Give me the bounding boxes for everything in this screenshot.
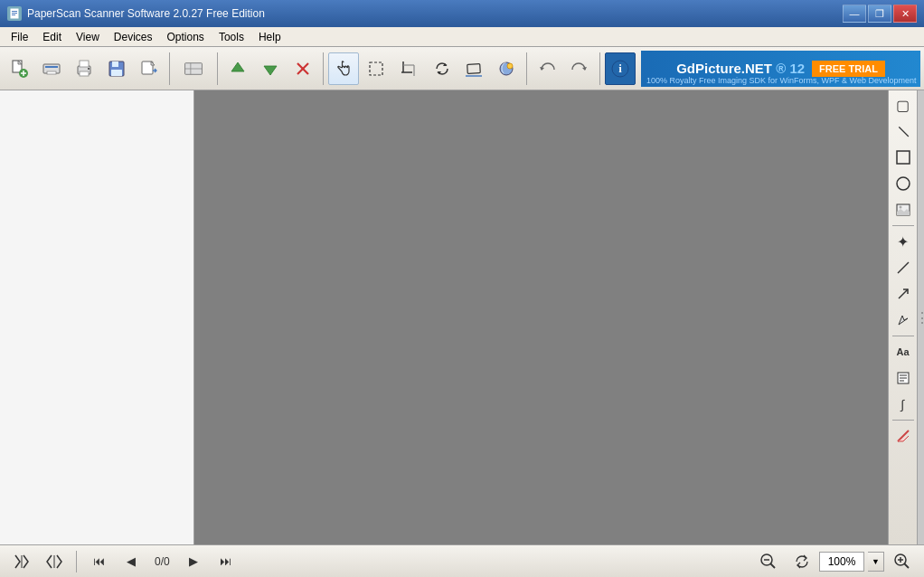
color-tool-button[interactable]: [491, 52, 522, 85]
separator-2: [217, 52, 218, 85]
svg-text:i: i: [618, 61, 622, 75]
pan-tool-button[interactable]: [328, 52, 359, 85]
move-up-button[interactable]: [222, 52, 253, 85]
collapse-all-button[interactable]: [40, 549, 69, 574]
svg-rect-17: [111, 70, 122, 76]
move-down-button[interactable]: [255, 52, 286, 85]
svg-rect-16: [112, 61, 118, 67]
svg-line-47: [770, 563, 775, 568]
zoom-restore-button[interactable]: [787, 549, 816, 574]
crop-tool-button[interactable]: [393, 52, 424, 85]
rt-separator-3: [892, 420, 914, 421]
rt-line-button[interactable]: |: [885, 113, 921, 149]
last-page-button[interactable]: ⏭: [212, 549, 240, 574]
menu-edit[interactable]: Edit: [35, 29, 69, 45]
zoom-out-button[interactable]: [754, 549, 783, 574]
rotate-tool-button[interactable]: [426, 52, 457, 85]
select-tool-button[interactable]: [361, 52, 391, 85]
svg-rect-12: [80, 71, 89, 76]
svg-rect-3: [12, 14, 15, 15]
menu-options[interactable]: Options: [160, 29, 212, 45]
thumbnail-panel: [0, 90, 194, 544]
svg-point-14: [88, 68, 90, 70]
rt-stamp-button[interactable]: ✦: [891, 229, 916, 254]
separator-5: [599, 52, 600, 85]
save-button[interactable]: [101, 52, 132, 85]
window-controls: — ❐ ✕: [843, 5, 917, 23]
rt-note-button[interactable]: [891, 365, 916, 391]
svg-point-32: [507, 63, 513, 69]
print-button[interactable]: [69, 52, 99, 85]
svg-line-51: [904, 563, 909, 568]
export-button[interactable]: [134, 52, 165, 85]
page-counter: 0/0: [149, 555, 175, 568]
menu-tools[interactable]: Tools: [212, 29, 251, 45]
next-page-button[interactable]: ▶: [179, 549, 208, 574]
separator-4: [526, 52, 527, 85]
svg-line-39: [898, 262, 909, 273]
svg-rect-13: [80, 61, 89, 67]
restore-button[interactable]: ❐: [868, 5, 891, 23]
info-button[interactable]: i: [605, 52, 636, 85]
rt-separator-2: [892, 336, 914, 336]
delete-button[interactable]: [288, 52, 318, 85]
menu-view[interactable]: View: [69, 29, 107, 45]
title-bar: PaperScan Scanner Software 2.0.27 Free E…: [0, 0, 924, 27]
svg-rect-10: [47, 71, 56, 74]
svg-rect-1: [12, 11, 17, 12]
menu-help[interactable]: Help: [251, 29, 288, 45]
svg-rect-24: [370, 62, 382, 75]
rt-ellipse-button[interactable]: [891, 171, 916, 196]
expand-all-button[interactable]: [7, 549, 36, 574]
new-button[interactable]: [4, 52, 34, 85]
scan-button[interactable]: [36, 52, 67, 85]
rt-diagonal-button[interactable]: [891, 255, 916, 280]
separator-3: [323, 52, 324, 85]
resize-handle[interactable]: ⋮: [917, 90, 924, 544]
right-tools-panel: ▢ | ✦: [888, 90, 917, 544]
svg-point-36: [897, 177, 910, 190]
app-title: PaperScan Scanner Software 2.0.27 Free E…: [27, 7, 265, 20]
first-page-button[interactable]: ⏮: [84, 549, 113, 574]
main-area: ▢ | ✦: [0, 90, 924, 544]
canvas-area: [194, 90, 888, 544]
free-trial-button[interactable]: FREE TRIAL: [812, 61, 885, 77]
minimize-button[interactable]: —: [843, 5, 866, 23]
menu-file[interactable]: File: [4, 29, 35, 45]
rt-pointer-button[interactable]: [891, 307, 916, 333]
svg-rect-9: [45, 66, 58, 68]
svg-rect-35: [897, 151, 910, 164]
menu-bar: File Edit View Devices Options Tools Hel…: [0, 27, 924, 47]
prev-page-button[interactable]: ◀: [117, 549, 146, 574]
svg-point-38: [899, 206, 901, 209]
rt-text-button[interactable]: Aa: [891, 339, 916, 364]
rt-separator-1: [892, 225, 914, 226]
svg-rect-2: [12, 13, 17, 14]
deskew-tool-button[interactable]: [458, 52, 489, 85]
svg-line-40: [899, 289, 908, 298]
zoom-dropdown-button[interactable]: ▼: [868, 552, 884, 572]
status-bar: ⏮ ◀ 0/0 ▶ ⏭ 100% ▼: [0, 544, 924, 577]
ad-subtext: 100% Royalty Free Imaging SDK for WinFor…: [646, 76, 916, 85]
rt-image-button[interactable]: [891, 197, 916, 222]
status-separator-1: [76, 551, 77, 572]
close-button[interactable]: ✕: [893, 5, 917, 23]
separator-1: [169, 52, 170, 85]
zoom-in-button[interactable]: [888, 549, 917, 574]
rt-signature-button[interactable]: ∫: [891, 392, 916, 417]
redo-button[interactable]: [564, 52, 595, 85]
ad-logo-text: GdPicture.NET ® 12: [676, 61, 805, 76]
view-mode-button[interactable]: [174, 52, 212, 85]
toolbar: i GdPicture.NET ® 12 FREE TRIAL 100% Roy…: [0, 47, 924, 90]
rt-erase-button[interactable]: [891, 423, 916, 449]
zoom-input[interactable]: 100%: [819, 552, 864, 572]
menu-devices[interactable]: Devices: [107, 29, 160, 45]
undo-button[interactable]: [532, 52, 562, 85]
svg-rect-29: [467, 63, 481, 73]
app-icon: [7, 6, 22, 21]
rt-arrow-button[interactable]: [891, 281, 916, 307]
ad-banner[interactable]: GdPicture.NET ® 12 FREE TRIAL 100% Royal…: [641, 51, 920, 87]
